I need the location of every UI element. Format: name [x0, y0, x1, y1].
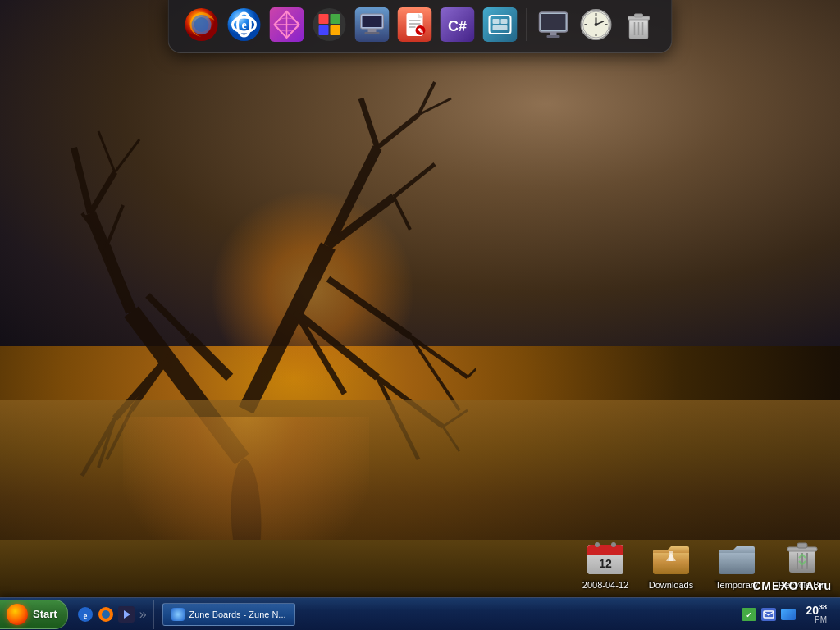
recycle-bin-icon [783, 536, 822, 576]
svg-rect-51 [319, 25, 329, 35]
top-dock: e [168, 0, 673, 53]
svg-text:12: 12 [599, 557, 612, 570]
svg-rect-55 [363, 16, 382, 27]
dock-icon-file[interactable]: ✎ [395, 5, 435, 44]
svg-rect-103 [719, 550, 755, 574]
system-tray: ✓ 2038 PM [733, 600, 840, 629]
desktop: e [0, 0, 840, 630]
dock-icon-monitor[interactable] [534, 5, 573, 44]
svg-line-3 [107, 246, 131, 312]
svg-rect-96 [587, 551, 623, 555]
start-orb [7, 604, 28, 625]
quick-firefox[interactable] [97, 605, 115, 623]
dock-icon-firefox[interactable] [182, 5, 221, 44]
dock-icon-clock[interactable] [577, 5, 616, 44]
svg-point-113 [102, 610, 110, 619]
svg-rect-50 [331, 14, 340, 24]
svg-rect-52 [331, 25, 340, 35]
svg-rect-49 [319, 14, 329, 24]
dock-icon-computer[interactable] [353, 5, 392, 44]
taskbar-window-title: Zune Boards - Zune N... [189, 609, 286, 619]
temporary-folder-icon [717, 536, 756, 576]
desktop-icon-downloads[interactable]: Downloads [641, 536, 701, 591]
svg-rect-68 [483, 7, 518, 42]
svg-text:e: e [241, 19, 246, 31]
svg-rect-72 [493, 25, 508, 30]
svg-line-19 [107, 205, 123, 246]
taskbar: Start e [0, 597, 840, 630]
svg-line-5 [90, 172, 115, 213]
svg-rect-106 [797, 543, 807, 548]
watermark: CMEXOTA.ru [752, 579, 832, 592]
tray-network[interactable] [781, 607, 796, 622]
downloads-folder-icon [651, 536, 691, 576]
watermark-text: CMEXOTA.ru [752, 579, 832, 592]
svg-text:✓: ✓ [746, 611, 752, 619]
dock-icon-ie[interactable]: e [225, 5, 264, 44]
svg-text:C#: C# [448, 18, 467, 34]
ql-separator: » [139, 607, 147, 622]
start-label: Start [33, 608, 57, 620]
svg-rect-102 [669, 551, 673, 561]
svg-rect-70 [493, 19, 500, 24]
taskbar-window-zune[interactable]: Zune Boards - Zune N... [162, 603, 295, 626]
svg-point-38 [194, 17, 209, 32]
svg-line-9 [361, 98, 377, 148]
svg-line-14 [295, 312, 345, 394]
svg-line-10 [377, 115, 418, 148]
taskbar-windows: Zune Boards - Zune N... [159, 603, 734, 626]
svg-rect-71 [501, 19, 508, 24]
clock-time: 2038 [806, 604, 827, 616]
svg-rect-56 [368, 29, 377, 32]
svg-point-48 [313, 8, 346, 41]
svg-text:e: e [83, 610, 87, 620]
svg-rect-57 [365, 32, 380, 34]
clock[interactable]: 2038 PM [801, 604, 832, 625]
date-folder-icon: 12 [586, 536, 625, 576]
svg-point-99 [611, 542, 616, 547]
dock-icon-windows[interactable] [310, 5, 349, 44]
svg-rect-74 [541, 14, 566, 30]
quick-launch: e » [71, 600, 154, 629]
start-button[interactable]: Start [0, 600, 68, 629]
svg-text:✎: ✎ [418, 27, 424, 35]
dock-icon-app[interactable] [481, 5, 520, 44]
dock-icon-trash[interactable] [619, 5, 659, 44]
date-folder-label: 2008-04-12 [582, 579, 628, 591]
dock-icon-wireframe[interactable] [267, 5, 307, 44]
svg-line-4 [74, 148, 90, 213]
tray-icon-1[interactable]: ✓ [742, 607, 756, 622]
svg-line-21 [115, 139, 139, 172]
svg-line-11 [295, 312, 377, 377]
clock-ampm: PM [806, 615, 827, 624]
dock-separator [527, 8, 527, 41]
svg-line-22 [394, 164, 435, 197]
svg-rect-89 [635, 14, 643, 17]
dock-icon-csharp[interactable]: C# [438, 5, 477, 44]
svg-line-20 [98, 131, 115, 172]
svg-point-85 [595, 23, 598, 26]
desktop-icon-date[interactable]: 12 2008-04-12 [576, 536, 635, 591]
svg-line-23 [394, 197, 410, 230]
svg-line-28 [468, 361, 476, 377]
svg-point-98 [595, 542, 600, 547]
quick-ie[interactable]: e [76, 605, 94, 623]
svg-line-17 [410, 336, 459, 410]
svg-line-34 [189, 336, 230, 377]
quick-media[interactable] [117, 605, 135, 623]
svg-line-15 [328, 279, 410, 336]
taskbar-window-icon [171, 608, 185, 621]
downloads-folder-label: Downloads [649, 579, 693, 591]
tray-icon-2[interactable] [761, 607, 776, 622]
svg-rect-76 [547, 35, 560, 38]
svg-line-16 [410, 336, 468, 377]
